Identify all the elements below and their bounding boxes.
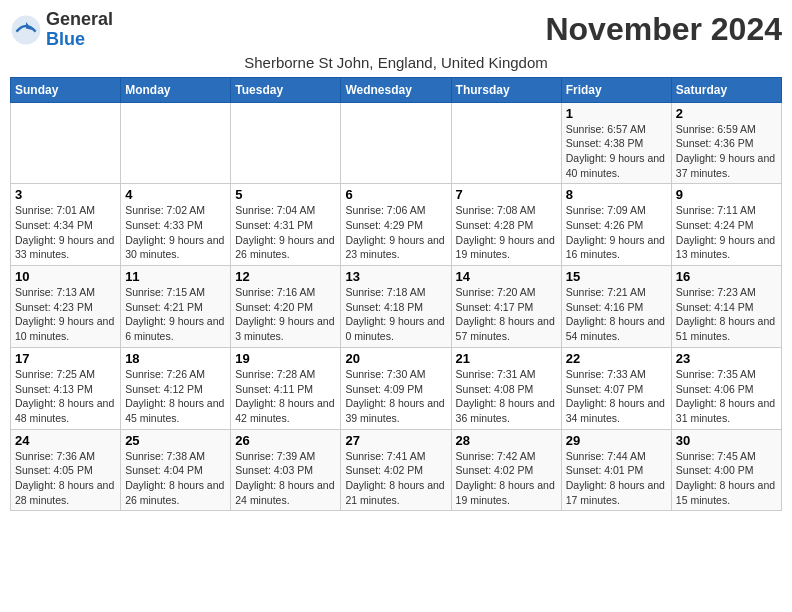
day-info: Sunrise: 7:44 AM Sunset: 4:01 PM Dayligh… [566, 449, 667, 508]
day-header-sunday: Sunday [11, 77, 121, 102]
month-title: November 2024 [545, 11, 782, 48]
calendar-cell: 3Sunrise: 7:01 AM Sunset: 4:34 PM Daylig… [11, 184, 121, 266]
day-number: 12 [235, 269, 336, 284]
calendar-header-row: SundayMondayTuesdayWednesdayThursdayFrid… [11, 77, 782, 102]
calendar-cell: 1Sunrise: 6:57 AM Sunset: 4:38 PM Daylig… [561, 102, 671, 184]
day-number: 11 [125, 269, 226, 284]
day-info: Sunrise: 7:08 AM Sunset: 4:28 PM Dayligh… [456, 203, 557, 262]
day-number: 25 [125, 433, 226, 448]
day-number: 28 [456, 433, 557, 448]
day-number: 24 [15, 433, 116, 448]
svg-point-0 [12, 15, 41, 44]
day-number: 9 [676, 187, 777, 202]
calendar-cell: 10Sunrise: 7:13 AM Sunset: 4:23 PM Dayli… [11, 266, 121, 348]
calendar-cell: 26Sunrise: 7:39 AM Sunset: 4:03 PM Dayli… [231, 429, 341, 511]
calendar-cell: 18Sunrise: 7:26 AM Sunset: 4:12 PM Dayli… [121, 347, 231, 429]
calendar-cell: 29Sunrise: 7:44 AM Sunset: 4:01 PM Dayli… [561, 429, 671, 511]
day-info: Sunrise: 7:11 AM Sunset: 4:24 PM Dayligh… [676, 203, 777, 262]
day-number: 7 [456, 187, 557, 202]
calendar-cell: 21Sunrise: 7:31 AM Sunset: 4:08 PM Dayli… [451, 347, 561, 429]
calendar-cell: 25Sunrise: 7:38 AM Sunset: 4:04 PM Dayli… [121, 429, 231, 511]
calendar-week-row: 10Sunrise: 7:13 AM Sunset: 4:23 PM Dayli… [11, 266, 782, 348]
day-info: Sunrise: 7:23 AM Sunset: 4:14 PM Dayligh… [676, 285, 777, 344]
day-number: 18 [125, 351, 226, 366]
day-info: Sunrise: 7:38 AM Sunset: 4:04 PM Dayligh… [125, 449, 226, 508]
calendar-week-row: 3Sunrise: 7:01 AM Sunset: 4:34 PM Daylig… [11, 184, 782, 266]
day-info: Sunrise: 7:04 AM Sunset: 4:31 PM Dayligh… [235, 203, 336, 262]
day-number: 21 [456, 351, 557, 366]
day-info: Sunrise: 7:20 AM Sunset: 4:17 PM Dayligh… [456, 285, 557, 344]
calendar-cell: 8Sunrise: 7:09 AM Sunset: 4:26 PM Daylig… [561, 184, 671, 266]
calendar-cell [341, 102, 451, 184]
calendar-cell: 6Sunrise: 7:06 AM Sunset: 4:29 PM Daylig… [341, 184, 451, 266]
day-info: Sunrise: 7:09 AM Sunset: 4:26 PM Dayligh… [566, 203, 667, 262]
day-header-friday: Friday [561, 77, 671, 102]
calendar-cell: 7Sunrise: 7:08 AM Sunset: 4:28 PM Daylig… [451, 184, 561, 266]
day-number: 22 [566, 351, 667, 366]
calendar-week-row: 17Sunrise: 7:25 AM Sunset: 4:13 PM Dayli… [11, 347, 782, 429]
logo-general: General [46, 10, 113, 30]
calendar-cell: 2Sunrise: 6:59 AM Sunset: 4:36 PM Daylig… [671, 102, 781, 184]
day-info: Sunrise: 7:39 AM Sunset: 4:03 PM Dayligh… [235, 449, 336, 508]
calendar-cell: 27Sunrise: 7:41 AM Sunset: 4:02 PM Dayli… [341, 429, 451, 511]
calendar-cell [11, 102, 121, 184]
day-number: 15 [566, 269, 667, 284]
day-info: Sunrise: 7:45 AM Sunset: 4:00 PM Dayligh… [676, 449, 777, 508]
day-number: 20 [345, 351, 446, 366]
calendar-cell: 13Sunrise: 7:18 AM Sunset: 4:18 PM Dayli… [341, 266, 451, 348]
day-number: 10 [15, 269, 116, 284]
calendar-cell: 22Sunrise: 7:33 AM Sunset: 4:07 PM Dayli… [561, 347, 671, 429]
day-number: 29 [566, 433, 667, 448]
calendar-cell: 19Sunrise: 7:28 AM Sunset: 4:11 PM Dayli… [231, 347, 341, 429]
day-info: Sunrise: 7:21 AM Sunset: 4:16 PM Dayligh… [566, 285, 667, 344]
calendar-cell: 14Sunrise: 7:20 AM Sunset: 4:17 PM Dayli… [451, 266, 561, 348]
calendar-cell: 15Sunrise: 7:21 AM Sunset: 4:16 PM Dayli… [561, 266, 671, 348]
day-header-wednesday: Wednesday [341, 77, 451, 102]
calendar-cell: 11Sunrise: 7:15 AM Sunset: 4:21 PM Dayli… [121, 266, 231, 348]
day-number: 13 [345, 269, 446, 284]
day-info: Sunrise: 7:42 AM Sunset: 4:02 PM Dayligh… [456, 449, 557, 508]
calendar-cell: 24Sunrise: 7:36 AM Sunset: 4:05 PM Dayli… [11, 429, 121, 511]
day-number: 8 [566, 187, 667, 202]
calendar-cell: 16Sunrise: 7:23 AM Sunset: 4:14 PM Dayli… [671, 266, 781, 348]
day-number: 17 [15, 351, 116, 366]
day-info: Sunrise: 7:26 AM Sunset: 4:12 PM Dayligh… [125, 367, 226, 426]
day-number: 16 [676, 269, 777, 284]
day-number: 14 [456, 269, 557, 284]
calendar-week-row: 1Sunrise: 6:57 AM Sunset: 4:38 PM Daylig… [11, 102, 782, 184]
calendar-cell: 12Sunrise: 7:16 AM Sunset: 4:20 PM Dayli… [231, 266, 341, 348]
day-number: 26 [235, 433, 336, 448]
day-info: Sunrise: 7:01 AM Sunset: 4:34 PM Dayligh… [15, 203, 116, 262]
day-number: 4 [125, 187, 226, 202]
logo-icon [10, 14, 42, 46]
day-info: Sunrise: 6:57 AM Sunset: 4:38 PM Dayligh… [566, 122, 667, 181]
calendar-cell: 17Sunrise: 7:25 AM Sunset: 4:13 PM Dayli… [11, 347, 121, 429]
day-header-saturday: Saturday [671, 77, 781, 102]
logo: General Blue [10, 10, 113, 50]
calendar-cell: 4Sunrise: 7:02 AM Sunset: 4:33 PM Daylig… [121, 184, 231, 266]
day-header-thursday: Thursday [451, 77, 561, 102]
calendar-cell: 30Sunrise: 7:45 AM Sunset: 4:00 PM Dayli… [671, 429, 781, 511]
day-info: Sunrise: 6:59 AM Sunset: 4:36 PM Dayligh… [676, 122, 777, 181]
day-number: 27 [345, 433, 446, 448]
day-info: Sunrise: 7:35 AM Sunset: 4:06 PM Dayligh… [676, 367, 777, 426]
day-number: 2 [676, 106, 777, 121]
day-header-tuesday: Tuesday [231, 77, 341, 102]
day-number: 1 [566, 106, 667, 121]
day-number: 23 [676, 351, 777, 366]
calendar-cell [451, 102, 561, 184]
day-info: Sunrise: 7:31 AM Sunset: 4:08 PM Dayligh… [456, 367, 557, 426]
calendar-cell [121, 102, 231, 184]
day-info: Sunrise: 7:13 AM Sunset: 4:23 PM Dayligh… [15, 285, 116, 344]
day-info: Sunrise: 7:30 AM Sunset: 4:09 PM Dayligh… [345, 367, 446, 426]
day-number: 30 [676, 433, 777, 448]
day-info: Sunrise: 7:02 AM Sunset: 4:33 PM Dayligh… [125, 203, 226, 262]
day-info: Sunrise: 7:16 AM Sunset: 4:20 PM Dayligh… [235, 285, 336, 344]
day-number: 5 [235, 187, 336, 202]
calendar-table: SundayMondayTuesdayWednesdayThursdayFrid… [10, 77, 782, 512]
day-info: Sunrise: 7:06 AM Sunset: 4:29 PM Dayligh… [345, 203, 446, 262]
calendar-cell: 9Sunrise: 7:11 AM Sunset: 4:24 PM Daylig… [671, 184, 781, 266]
calendar-cell: 23Sunrise: 7:35 AM Sunset: 4:06 PM Dayli… [671, 347, 781, 429]
day-info: Sunrise: 7:18 AM Sunset: 4:18 PM Dayligh… [345, 285, 446, 344]
day-number: 3 [15, 187, 116, 202]
